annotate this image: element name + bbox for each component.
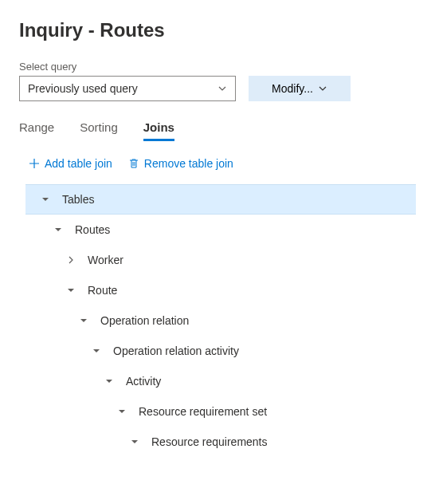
tree-label: Worker bbox=[88, 254, 123, 266]
expand-toggle-icon[interactable] bbox=[78, 317, 89, 325]
add-table-join-button[interactable]: Add table join bbox=[29, 157, 112, 170]
tree-label: Tables bbox=[62, 193, 94, 206]
tabs: Range Sorting Joins bbox=[19, 120, 416, 141]
chevron-down-icon bbox=[217, 84, 227, 93]
tree-node-resource-requirement-set[interactable]: Resource requirement set bbox=[25, 396, 416, 427]
modify-button[interactable]: Modify... bbox=[249, 76, 351, 101]
tree-node-activity[interactable]: Activity bbox=[25, 366, 416, 396]
plus-icon bbox=[29, 158, 40, 169]
tree-node-resource-requirements[interactable]: Resource requirements bbox=[25, 427, 416, 457]
tree-label: Resource requirement set bbox=[139, 405, 267, 418]
toolbar: Add table join Remove table join bbox=[19, 157, 416, 170]
tree-label: Operation relation activity bbox=[113, 345, 239, 357]
tab-joins[interactable]: Joins bbox=[143, 120, 174, 141]
remove-table-join-button[interactable]: Remove table join bbox=[128, 157, 233, 170]
tree-node-operation-relation[interactable]: Operation relation bbox=[25, 305, 416, 336]
tables-tree: Tables Routes Worker Route Operation rel… bbox=[19, 184, 416, 457]
tree-label: Activity bbox=[126, 375, 161, 388]
query-select[interactable]: Previously used query bbox=[19, 76, 236, 101]
page-title: Inquiry - Routes bbox=[19, 19, 416, 41]
expand-toggle-icon[interactable] bbox=[116, 408, 127, 415]
expand-toggle-icon[interactable] bbox=[40, 195, 51, 203]
tab-range[interactable]: Range bbox=[19, 120, 54, 141]
tree-label: Operation relation bbox=[100, 314, 189, 327]
tree-node-worker[interactable]: Worker bbox=[25, 245, 416, 275]
query-label: Select query bbox=[19, 61, 416, 73]
expand-toggle-icon[interactable] bbox=[129, 438, 140, 446]
query-row: Previously used query Modify... bbox=[19, 76, 416, 101]
add-label: Add table join bbox=[45, 157, 112, 170]
tree-node-routes[interactable]: Routes bbox=[25, 215, 416, 245]
tree-node-route[interactable]: Route bbox=[25, 275, 416, 305]
tab-sorting[interactable]: Sorting bbox=[80, 120, 118, 141]
expand-toggle-icon[interactable] bbox=[65, 286, 76, 294]
tree-label: Routes bbox=[75, 223, 110, 236]
query-selected-value: Previously used query bbox=[28, 82, 138, 95]
modify-label: Modify... bbox=[272, 82, 313, 95]
expand-toggle-icon[interactable] bbox=[104, 377, 115, 385]
remove-label: Remove table join bbox=[144, 157, 233, 170]
trash-icon bbox=[128, 158, 139, 169]
tree-label: Resource requirements bbox=[151, 435, 268, 448]
collapse-toggle-icon[interactable] bbox=[65, 256, 76, 264]
tree-node-operation-relation-activity[interactable]: Operation relation activity bbox=[25, 336, 416, 366]
expand-toggle-icon[interactable] bbox=[53, 226, 64, 234]
expand-toggle-icon[interactable] bbox=[91, 347, 102, 355]
tree-label: Route bbox=[88, 284, 117, 297]
tree-node-tables[interactable]: Tables bbox=[25, 184, 416, 215]
chevron-down-icon bbox=[318, 84, 327, 93]
